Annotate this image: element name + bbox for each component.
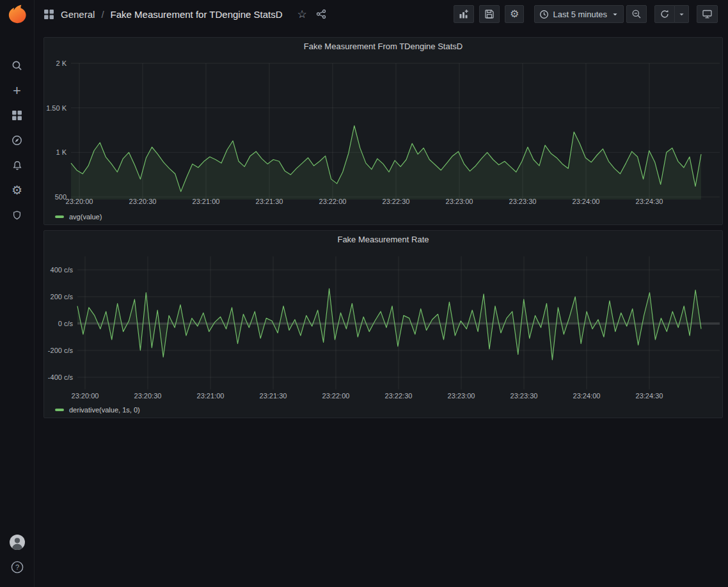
panel-title[interactable]: Fake Measurement Rate bbox=[44, 231, 722, 247]
x-tick-label: 23:22:30 bbox=[383, 198, 410, 205]
y-tick-label: 500 bbox=[55, 193, 67, 201]
x-tick-label: 23:20:30 bbox=[134, 392, 162, 400]
x-tick-label: 23:23:30 bbox=[510, 392, 538, 400]
zoom-out-icon bbox=[631, 9, 642, 19]
x-tick-label: 23:20:00 bbox=[66, 198, 93, 205]
y-tick-label: 200 c/s bbox=[51, 293, 74, 301]
time-series-chart[interactable]: 23:20:0023:20:3023:21:0023:21:3023:22:00… bbox=[44, 247, 722, 403]
y-tick-label: -400 c/s bbox=[48, 373, 74, 381]
share-icon[interactable] bbox=[316, 9, 326, 19]
sidebar-item-dashboards[interactable] bbox=[0, 103, 35, 128]
compass-icon bbox=[12, 135, 22, 146]
refresh-icon bbox=[660, 9, 670, 19]
x-tick-label: 23:24:30 bbox=[636, 198, 663, 205]
sidebar-item-alerting[interactable] bbox=[0, 153, 35, 178]
save-dashboard-button[interactable] bbox=[479, 5, 500, 23]
star-icon[interactable]: ☆ bbox=[297, 9, 307, 20]
chevron-down-icon bbox=[612, 11, 619, 18]
breadcrumb-separator: / bbox=[101, 9, 104, 20]
add-panel-icon bbox=[459, 9, 469, 19]
gear-icon: ⚙ bbox=[510, 9, 519, 19]
sidebar-item-help[interactable]: ? bbox=[0, 554, 35, 579]
monitor-icon bbox=[702, 9, 713, 19]
grafana-logo-icon[interactable] bbox=[6, 3, 28, 25]
legend: avg(value) bbox=[44, 210, 722, 221]
add-panel-button[interactable] bbox=[454, 5, 474, 23]
panel-fake-measurement-rate: Fake Measurement Rate 23:20:0023:20:3023… bbox=[44, 230, 723, 418]
sidebar-item-explore[interactable] bbox=[0, 128, 35, 153]
cycle-view-mode-button[interactable] bbox=[697, 5, 718, 23]
apps-grid-icon[interactable] bbox=[44, 9, 54, 20]
x-tick-label: 23:24:30 bbox=[636, 392, 663, 400]
x-tick-label: 23:23:00 bbox=[448, 392, 475, 400]
x-tick-label: 23:22:30 bbox=[385, 392, 413, 400]
x-tick-label: 23:21:00 bbox=[193, 198, 220, 205]
dashboard-settings-button[interactable]: ⚙ bbox=[505, 5, 524, 23]
dashboard-title[interactable]: Fake Measurement for TDengine StatsD bbox=[111, 9, 283, 20]
help-icon: ? bbox=[10, 560, 24, 574]
refresh-split-button bbox=[654, 5, 689, 23]
top-nav: General / Fake Measurement for TDengine … bbox=[35, 0, 728, 28]
y-tick-label: 2 K bbox=[56, 59, 67, 67]
y-tick-label: 1.50 K bbox=[46, 104, 67, 112]
plus-icon: + bbox=[13, 84, 21, 98]
legend-series-swatch bbox=[55, 215, 64, 218]
legend-series-label[interactable]: derivative(value, 1s, 0) bbox=[69, 406, 140, 414]
sidebar-item-search[interactable] bbox=[0, 53, 35, 78]
dashboards-grid-icon bbox=[12, 110, 22, 121]
legend: derivative(value, 1s, 0) bbox=[44, 403, 722, 414]
x-tick-label: 23:22:00 bbox=[322, 392, 350, 400]
bell-icon bbox=[12, 160, 22, 171]
dashboard-grid: Fake Measurement From TDengine StatsD 23… bbox=[35, 28, 728, 423]
gear-icon: ⚙ bbox=[12, 184, 22, 196]
save-icon bbox=[484, 9, 495, 19]
shield-icon bbox=[12, 210, 22, 221]
panel-title[interactable]: Fake Measurement From TDengine StatsD bbox=[44, 38, 722, 54]
legend-series-swatch bbox=[55, 409, 64, 411]
x-tick-label: 23:24:00 bbox=[573, 392, 601, 400]
sidebar-menu: + ⚙ bbox=[0, 53, 34, 228]
legend-series-label[interactable]: avg(value) bbox=[69, 213, 102, 221]
zoom-out-time-button[interactable] bbox=[626, 5, 647, 23]
x-tick-label: 23:22:00 bbox=[319, 198, 347, 205]
clock-icon bbox=[539, 10, 549, 19]
sidebar-item-configuration[interactable]: ⚙ bbox=[0, 178, 35, 203]
x-tick-label: 23:20:30 bbox=[129, 198, 157, 205]
sidebar-bottom: ? bbox=[0, 529, 35, 587]
panel-fake-measurement: Fake Measurement From TDengine StatsD 23… bbox=[44, 37, 723, 225]
time-range-picker[interactable]: Last 5 minutes bbox=[534, 5, 624, 23]
y-tick-label: -200 c/s bbox=[48, 347, 74, 354]
breadcrumb-folder[interactable]: General bbox=[61, 9, 95, 20]
svg-text:?: ? bbox=[15, 563, 19, 571]
sidebar: + ⚙ ? bbox=[0, 0, 35, 587]
dashboard-toolbar: ⚙ Last 5 minutes bbox=[454, 5, 718, 23]
chevron-down-icon bbox=[678, 11, 685, 18]
sidebar-item-create[interactable]: + bbox=[0, 78, 35, 103]
time-series-chart[interactable]: 23:20:0023:20:3023:21:0023:21:3023:22:00… bbox=[44, 54, 722, 210]
x-tick-label: 23:21:00 bbox=[197, 392, 225, 400]
x-tick-label: 23:23:30 bbox=[509, 198, 537, 205]
avatar bbox=[9, 534, 26, 551]
x-tick-label: 23:23:00 bbox=[446, 198, 473, 205]
refresh-interval-button[interactable] bbox=[675, 5, 689, 23]
y-tick-label: 0 c/s bbox=[58, 320, 74, 327]
sidebar-item-server-admin[interactable] bbox=[0, 203, 35, 228]
time-range-label: Last 5 minutes bbox=[553, 10, 607, 19]
y-tick-label: 400 c/s bbox=[51, 266, 74, 274]
x-tick-label: 23:21:30 bbox=[260, 392, 287, 400]
x-tick-label: 23:20:00 bbox=[72, 392, 99, 400]
refresh-button[interactable] bbox=[654, 5, 675, 23]
x-tick-label: 23:21:30 bbox=[256, 198, 283, 205]
x-tick-label: 23:24:00 bbox=[573, 198, 600, 205]
search-icon bbox=[12, 60, 22, 71]
sidebar-item-profile[interactable] bbox=[0, 529, 35, 554]
series-fill bbox=[71, 126, 701, 200]
y-tick-label: 1 K bbox=[56, 148, 67, 156]
